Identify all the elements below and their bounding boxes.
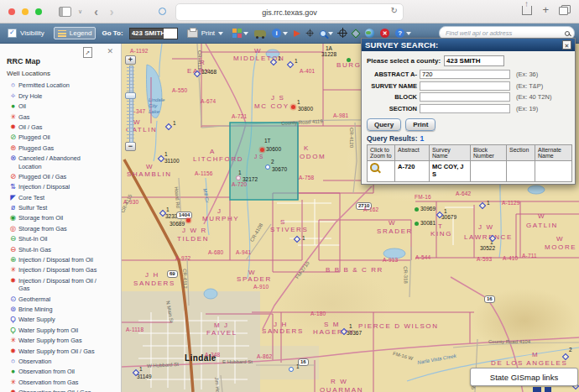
clear-selection-icon[interactable]: ✕	[380, 29, 389, 38]
well-marker[interactable]	[270, 59, 277, 65]
window-minimize-button[interactable]	[22, 8, 29, 15]
well-marker[interactable]	[287, 61, 294, 68]
panel-header[interactable]: SURVEY SEARCH: ✕	[362, 39, 575, 51]
legend-item: ⊕ Injection / Disposal from Oil	[0, 255, 121, 265]
help-button[interactable]: ?	[395, 29, 411, 38]
zoom-in-button[interactable]: +	[125, 55, 136, 65]
close-icon[interactable]: ✕	[562, 40, 571, 50]
search-input[interactable]	[444, 29, 562, 38]
well-symbol-icon: ✳	[8, 113, 18, 121]
well-marker[interactable]	[289, 367, 294, 372]
search-tools-button[interactable]	[320, 30, 333, 37]
well-marker[interactable]	[260, 148, 264, 152]
share-icon[interactable]	[522, 6, 532, 15]
field-input[interactable]	[420, 70, 510, 79]
well-marker[interactable]	[194, 71, 201, 77]
url-bar[interactable]: gis.rrc.texas.gov ↻	[175, 3, 404, 21]
field-input[interactable]	[420, 104, 510, 113]
well-marker[interactable]	[341, 328, 347, 335]
well-symbol-icon: ●	[8, 368, 18, 375]
refresh-icon[interactable]: ↻	[391, 6, 398, 15]
well-marker[interactable]	[186, 218, 190, 222]
well-marker[interactable]	[236, 175, 241, 180]
well-symbol-icon: ⊛	[8, 144, 18, 152]
sidebar-toggle-icon[interactable]	[59, 7, 71, 17]
close-icon[interactable]: ✕	[107, 47, 113, 55]
results-table-header: Abstract	[395, 145, 430, 161]
chevron-down-icon[interactable]: ∨	[78, 8, 82, 15]
well-marker[interactable]	[291, 105, 295, 109]
well-marker[interactable]	[159, 210, 166, 217]
search-field-row: ABSTRACT A- (Ex: 36)	[367, 70, 570, 79]
results-table-header: Click to Zoom to	[368, 145, 395, 161]
well-marker[interactable]	[436, 212, 443, 218]
zoom-out-button[interactable]: −	[125, 142, 136, 151]
field-input[interactable]	[420, 81, 510, 91]
legend-item-label: Dry Hole	[18, 92, 105, 101]
legend-item-label: Shut-In Oil	[18, 235, 105, 243]
well-marker[interactable]	[294, 236, 300, 243]
play-icon[interactable]	[294, 30, 300, 37]
zoom-slider[interactable]: + −	[125, 55, 136, 151]
well-marker[interactable]	[489, 235, 496, 242]
window-zoom-button[interactable]	[35, 8, 42, 15]
legend-button[interactable]: Legend	[54, 27, 96, 39]
zoom-handle[interactable]	[125, 92, 136, 99]
zoom-to-icon[interactable]	[370, 163, 379, 172]
forward-button[interactable]: ›	[110, 6, 114, 18]
cell-survey-name: MC COY, J S	[430, 161, 471, 182]
well-symbol-icon: ✳	[8, 266, 18, 274]
well-symbol-icon: ●	[8, 102, 18, 110]
window-close-button[interactable]	[8, 8, 15, 15]
well-symbol-icon: ✸	[8, 389, 18, 392]
legend-item: ⇅ Injection / Disposal	[0, 182, 121, 192]
legend-item: ✸ Oil / Gas	[0, 123, 121, 133]
back-button[interactable]: ‹	[94, 6, 98, 18]
state-gismap-links-button[interactable]: State GISmap links	[470, 368, 578, 386]
legend-title: RRC Map	[0, 44, 121, 65]
search-icon[interactable]	[565, 31, 570, 36]
legend-item-label: Storage from Oil	[18, 214, 105, 222]
legend-item-label: Observation	[18, 358, 105, 366]
visibility-label: Visibility	[20, 29, 44, 37]
well-marker[interactable]	[165, 123, 172, 130]
legend-item-label: Water Supply from Oil	[18, 327, 105, 335]
well-symbol-icon: ⊘	[8, 133, 18, 141]
well-marker[interactable]	[415, 222, 419, 226]
basemap-gallery-button[interactable]	[232, 29, 248, 38]
search-field-row: BLOCK (Ex: 40 T2N)	[367, 92, 570, 102]
well-marker[interactable]	[265, 165, 270, 170]
export-icon[interactable]: ➚	[83, 47, 92, 58]
privacy-shield-icon[interactable]	[159, 8, 166, 15]
well-marker[interactable]	[158, 155, 164, 162]
identify-button[interactable]: i	[272, 29, 288, 38]
zoom-track[interactable]	[127, 65, 134, 141]
field-input[interactable]	[420, 92, 510, 102]
legend-icon	[58, 30, 66, 37]
well-symbol-icon: ○	[8, 358, 18, 365]
well-marker[interactable]	[347, 58, 351, 62]
well-marker[interactable]	[562, 353, 569, 360]
zoom-extent-icon[interactable]	[339, 29, 347, 37]
globe-icon[interactable]	[365, 29, 374, 38]
locate-icon[interactable]	[351, 29, 360, 38]
county-input[interactable]	[444, 55, 504, 66]
legend-item: ø Sulfur Test	[0, 203, 121, 213]
visibility-button[interactable]: Visibility	[4, 27, 48, 39]
tab-overview-icon[interactable]	[559, 5, 571, 15]
well-symbol-icon: ○	[8, 81, 18, 89]
results-table-header-row: Click to Zoom toAbstractSurvey NameBlock…	[368, 145, 572, 161]
traffic-layer-icon[interactable]	[254, 30, 266, 37]
well-symbol-icon: ⊖	[8, 246, 18, 253]
well-marker[interactable]	[415, 207, 419, 212]
print-results-button[interactable]: Print	[405, 118, 436, 131]
print-button[interactable]: Print	[184, 28, 227, 39]
new-tab-button[interactable]: +	[542, 5, 549, 15]
crosshair-small-icon[interactable]	[307, 30, 313, 36]
search-field-row: SURVEY NAME (Ex: T&P)	[367, 81, 570, 91]
goto-input[interactable]	[129, 28, 178, 39]
query-button[interactable]: Query	[367, 118, 401, 131]
chevron-down-icon	[328, 32, 333, 35]
well-marker[interactable]	[479, 202, 486, 209]
well-marker[interactable]	[133, 369, 139, 376]
